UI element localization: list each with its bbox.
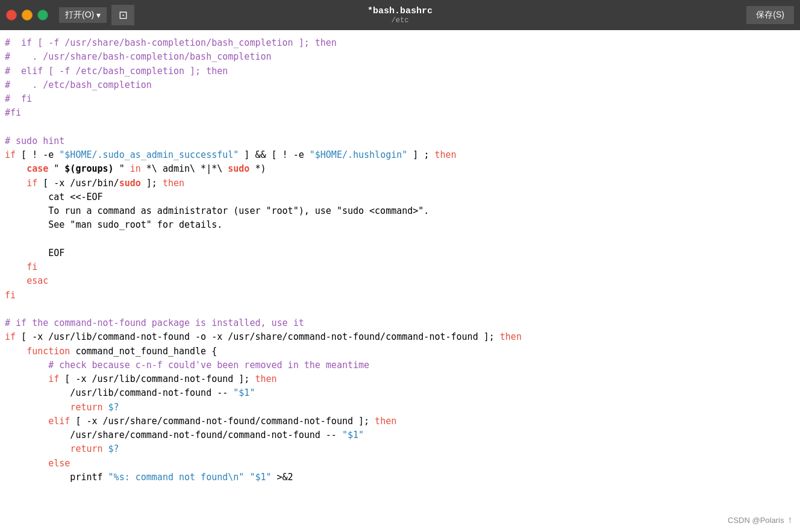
minimize-button[interactable] [22,10,33,20]
close-button[interactable] [6,10,17,20]
code-content: # if [ -f /usr/share/bash-completion/bas… [5,36,800,484]
save-button[interactable]: 保存(S) [746,6,794,24]
window-title: *bash.bashrc /etc [367,6,433,25]
bookmark-button[interactable]: ⊡ [111,5,134,25]
filename-label: *bash.bashrc [367,6,433,16]
maximize-button[interactable] [37,10,48,20]
open-menu-label: 打开(O) [65,10,94,20]
code-editor[interactable]: # if [ -f /usr/share/bash-completion/bas… [0,30,800,532]
open-menu-button[interactable]: 打开(O) ▾ [59,7,107,23]
watermark: CSDN @Polaris ！ [728,515,794,526]
titlebar: 打开(O) ▾ ⊡ *bash.bashrc /etc 保存(S) [0,0,800,30]
filepath-label: /etc [367,16,433,25]
dropdown-arrow-icon: ▾ [96,10,101,20]
bookmark-icon: ⊡ [119,8,128,22]
